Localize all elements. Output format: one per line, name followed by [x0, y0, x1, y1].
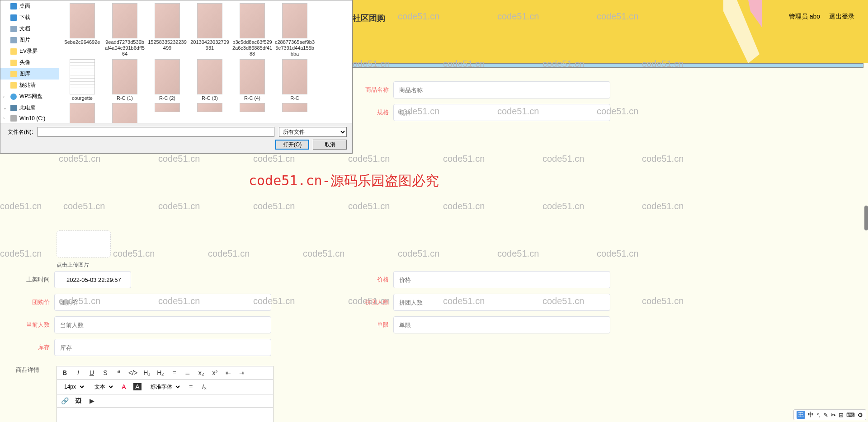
file-item[interactable]: [189, 103, 230, 123]
file-item[interactable]: b3c5dd8ac63f5292a6c3d86885df4188: [232, 3, 273, 57]
h2-btn[interactable]: H₂: [156, 369, 165, 376]
tree-item[interactable]: 杨兆清: [0, 80, 59, 91]
file-item[interactable]: 15258335232239499: [147, 3, 188, 57]
file-item[interactable]: R-C (4): [232, 59, 273, 101]
file-item[interactable]: R-C (1): [104, 59, 145, 101]
file-name: c28877365aef9b35e7391d44a155bbba: [274, 39, 315, 57]
logout-link[interactable]: 退出登录: [829, 13, 854, 21]
font-family-select[interactable]: 标准字体: [147, 382, 181, 391]
tree-item[interactable]: 图片: [0, 34, 59, 46]
tree-item[interactable]: 文档: [0, 23, 59, 34]
ime-btn-7[interactable]: ⚙: [858, 412, 863, 418]
field-single-limit: 单限: [353, 316, 610, 333]
link-icon[interactable]: 🔗: [61, 397, 69, 404]
file-item[interactable]: R-C (3): [189, 59, 230, 101]
input-price[interactable]: [393, 271, 610, 288]
tree-item[interactable]: ⌄此电脑: [0, 102, 59, 113]
input-shelf-time[interactable]: [54, 271, 131, 288]
tree-item[interactable]: ›WPS网盘: [0, 91, 59, 102]
ime-btn-0[interactable]: 王: [797, 411, 805, 419]
font-color-btn[interactable]: A: [120, 383, 128, 390]
tree-item[interactable]: EV录屏: [0, 46, 59, 57]
video-icon[interactable]: ▶: [88, 397, 96, 404]
file-item[interactable]: courgette: [62, 59, 103, 101]
input-group-count[interactable]: [393, 294, 610, 311]
tree-item[interactable]: 桌面: [0, 0, 59, 12]
file-item[interactable]: 5ebe2c964692e: [62, 3, 103, 57]
field-product-name: 商品名称: [353, 81, 610, 98]
folder-icon: [10, 48, 17, 55]
underline-btn[interactable]: U: [88, 369, 96, 376]
input-stock[interactable]: [54, 339, 271, 356]
editor-content[interactable]: [57, 408, 274, 422]
file-thumbnail: [155, 103, 180, 112]
ime-btn-2[interactable]: °,: [816, 412, 821, 418]
ol-btn[interactable]: ≡: [170, 369, 178, 376]
tree-item[interactable]: 下载: [0, 12, 59, 23]
admin-label[interactable]: 管理员 abo: [789, 13, 820, 21]
ime-btn-5[interactable]: ⊞: [839, 412, 844, 418]
file-item[interactable]: 9eadd7273d536baf4a04c391b6dff564: [104, 3, 145, 57]
image-icon[interactable]: 🖼: [74, 397, 82, 404]
code-btn[interactable]: </>: [128, 369, 137, 376]
cancel-button[interactable]: 取消: [313, 140, 347, 150]
tree-item[interactable]: ›Win10 (C:): [0, 113, 59, 123]
editor-toolbar-3: 🔗 🖼 ▶: [57, 394, 274, 408]
ime-toolbar[interactable]: 王中°,✎✂⊞⌨⚙: [793, 409, 866, 420]
strike-btn[interactable]: S: [101, 369, 109, 376]
ime-btn-1[interactable]: 中: [808, 411, 814, 419]
ul-btn[interactable]: ≣: [184, 369, 192, 376]
image-upload-box[interactable]: [57, 230, 111, 258]
file-thumbnail: [240, 59, 265, 94]
input-product-name[interactable]: [393, 81, 610, 98]
field-spec: 规格: [353, 104, 610, 121]
download-icon: [10, 14, 17, 21]
file-filter-select[interactable]: 所有文件: [279, 127, 347, 137]
filename-input[interactable]: [38, 127, 274, 137]
file-thumbnail: [112, 3, 137, 38]
quote-btn[interactable]: ❝: [115, 369, 123, 376]
input-current-count[interactable]: [54, 316, 271, 333]
file-item[interactable]: R-C: [274, 59, 315, 101]
file-thumbnail: [70, 103, 95, 123]
font-type-select[interactable]: 文本: [91, 382, 114, 391]
file-item[interactable]: R-C (2): [147, 59, 188, 101]
file-item[interactable]: 20130423032709931: [189, 3, 230, 57]
svg-marker-1: [748, 0, 762, 27]
file-thumbnail: [282, 3, 307, 38]
file-item[interactable]: 微信截图_20220311123243: [62, 103, 103, 123]
dialog-sidebar[interactable]: 桌面下载文档图片EV录屏头像图库杨兆清›WPS网盘⌄此电脑›Win10 (C:)…: [0, 0, 59, 123]
file-thumbnail: [70, 3, 95, 38]
bg-color-btn[interactable]: A: [133, 383, 142, 390]
file-name: b3c5dd8ac63f5292a6c3d86885df4188: [232, 39, 273, 57]
input-spec[interactable]: [393, 104, 610, 121]
open-button[interactable]: 打开(O): [275, 140, 309, 150]
align-btn[interactable]: ≡: [187, 383, 195, 390]
file-name: 20130423032709931: [189, 39, 230, 51]
file-thumbnail: [112, 103, 137, 123]
italic-btn[interactable]: I: [74, 369, 82, 376]
tree-item[interactable]: 头像: [0, 57, 59, 68]
indent-btn[interactable]: ⇤: [224, 369, 232, 376]
h1-btn[interactable]: H₁: [143, 369, 151, 376]
sup-btn[interactable]: x²: [211, 369, 219, 376]
font-size-select[interactable]: 14px: [61, 382, 85, 391]
file-item[interactable]: [147, 103, 188, 123]
input-single-limit[interactable]: [393, 316, 610, 333]
sub-btn[interactable]: x₂: [197, 369, 205, 376]
file-item[interactable]: c28877365aef9b35e7391d44a155bbba: [274, 3, 315, 57]
file-item[interactable]: [232, 103, 273, 123]
bold-btn[interactable]: B: [61, 369, 69, 376]
input-group-price[interactable]: [54, 294, 271, 311]
ime-btn-6[interactable]: ⌨: [846, 412, 855, 418]
outdent-btn[interactable]: ⇥: [238, 369, 246, 376]
file-item[interactable]: [274, 103, 315, 123]
ime-btn-4[interactable]: ✂: [831, 412, 836, 418]
tree-item[interactable]: 图库: [0, 68, 59, 80]
scrollbar-thumb[interactable]: [864, 206, 868, 230]
dialog-file-grid[interactable]: 5ebe2c964692e9eadd7273d536baf4a04c391b6d…: [59, 0, 352, 123]
clear-format-btn[interactable]: Iₓ: [200, 383, 208, 390]
file-item[interactable]: 微信截图_20220311123255: [104, 103, 145, 123]
file-thumbnail: [155, 3, 180, 38]
ime-btn-3[interactable]: ✎: [823, 412, 828, 418]
